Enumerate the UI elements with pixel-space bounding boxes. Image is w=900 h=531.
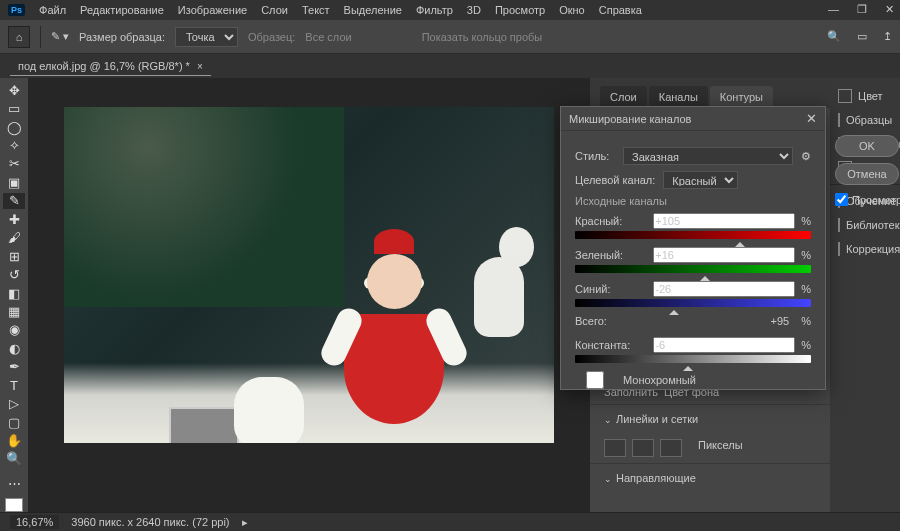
dialog-title: Микширование каналов — [569, 113, 691, 125]
color-swatch[interactable] — [5, 498, 23, 512]
guides-icon[interactable] — [660, 439, 682, 457]
menu-text[interactable]: Текст — [302, 4, 330, 16]
blur-tool[interactable]: ◉ — [3, 322, 25, 338]
edit-toolbar-icon[interactable]: ⋯ — [3, 476, 25, 492]
dodge-tool[interactable]: ◐ — [3, 340, 25, 356]
ok-button[interactable]: OK — [835, 135, 899, 157]
eraser-tool[interactable]: ◧ — [3, 285, 25, 301]
menu-bar: Ps Файл Редактирование Изображение Слои … — [0, 0, 900, 20]
lasso-tool[interactable]: ◯ — [3, 119, 25, 135]
brush-tool[interactable]: 🖌 — [3, 230, 25, 246]
cancel-button[interactable]: Отмена — [835, 163, 899, 185]
guides-section[interactable]: ⌄Направляющие — [590, 463, 830, 492]
tab-layers[interactable]: Слои — [600, 86, 647, 108]
crop-tool[interactable]: ✂ — [3, 156, 25, 172]
pen-tool[interactable]: ✒ — [3, 359, 25, 375]
rulers-section[interactable]: ⌄Линейки и сетки — [590, 404, 830, 433]
mono-label: Монохромный — [623, 374, 696, 386]
zoom-level[interactable]: 16,67% — [10, 515, 59, 529]
doc-dimensions: 3960 пикс. x 2640 пикс. (72 ppi) — [71, 516, 229, 528]
menu-window[interactable]: Окно — [559, 4, 585, 16]
menu-help[interactable]: Справка — [599, 4, 642, 16]
blue-input[interactable] — [653, 281, 795, 297]
document-image — [64, 107, 554, 443]
const-label: Константа: — [575, 339, 639, 351]
menu-view[interactable]: Просмотр — [495, 4, 545, 16]
menu-layers[interactable]: Слои — [261, 4, 288, 16]
source-head: Исходные каналы — [575, 195, 811, 207]
home-button[interactable]: ⌂ — [8, 26, 30, 48]
path-tool[interactable]: ▷ — [3, 395, 25, 411]
eyedropper-tool[interactable]: ✎ — [3, 193, 25, 209]
shape-tool[interactable]: ▢ — [3, 414, 25, 430]
tab-channels[interactable]: Каналы — [649, 86, 708, 108]
total-label: Всего: — [575, 315, 639, 327]
red-slider[interactable] — [575, 231, 811, 239]
status-arrow-icon[interactable]: ▸ — [242, 516, 248, 529]
history-brush-tool[interactable]: ↺ — [3, 266, 25, 282]
status-bar: 16,67% 3960 пикс. x 2640 пикс. (72 ppi) … — [0, 512, 900, 531]
channel-mixer-dialog: Микширование каналов ✕ Стиль: Заказная ⚙… — [560, 106, 826, 390]
green-label: Зеленый: — [575, 249, 639, 261]
zoom-tool[interactable]: 🔍 — [3, 451, 25, 467]
stamp-tool[interactable]: ⊞ — [3, 248, 25, 264]
sample-label: Образец: — [248, 31, 295, 43]
sample-size-label: Размер образца: — [79, 31, 165, 43]
sample-value: Все слои — [305, 31, 351, 43]
text-tool[interactable]: T — [3, 377, 25, 393]
green-slider[interactable] — [575, 265, 811, 273]
canvas-area[interactable] — [28, 78, 590, 512]
show-ring-label: Показать кольцо пробы — [422, 31, 543, 43]
tool-panel: ✥ ▭ ◯ ✧ ✂ ▣ ✎ ✚ 🖌 ⊞ ↺ ◧ ▦ ◉ ◐ ✒ T ▷ ▢ ✋ … — [0, 78, 28, 512]
app-logo: Ps — [8, 4, 25, 16]
window-close-icon[interactable]: ✕ — [885, 3, 894, 16]
marquee-tool[interactable]: ▭ — [3, 100, 25, 116]
menu-image[interactable]: Изображение — [178, 4, 247, 16]
wand-tool[interactable]: ✧ — [3, 137, 25, 153]
search-icon[interactable]: 🔍 — [827, 30, 841, 43]
blue-label: Синий: — [575, 283, 639, 295]
panel-color[interactable]: Цвет — [830, 84, 900, 108]
menu-file[interactable]: Файл — [39, 4, 66, 16]
close-tab-icon[interactable]: × — [197, 61, 203, 72]
red-input[interactable] — [653, 213, 795, 229]
preview-checkbox[interactable] — [835, 193, 848, 206]
preset-select[interactable]: Заказная — [623, 147, 793, 165]
preview-label: Просмотр — [852, 194, 900, 206]
window-min-icon[interactable]: — — [828, 3, 839, 16]
menu-edit[interactable]: Редактирование — [80, 4, 164, 16]
window-restore-icon[interactable]: ❐ — [857, 3, 867, 16]
eyedropper-icon[interactable]: ✎ ▾ — [51, 30, 69, 43]
panel-correction[interactable]: Коррекция — [830, 237, 900, 261]
tab-paths[interactable]: Контуры — [710, 86, 773, 108]
green-input[interactable] — [653, 247, 795, 263]
heal-tool[interactable]: ✚ — [3, 211, 25, 227]
gradient-tool[interactable]: ▦ — [3, 303, 25, 319]
ruler-icon[interactable] — [604, 439, 626, 457]
dialog-close-icon[interactable]: ✕ — [806, 111, 817, 126]
frame-tool[interactable]: ▣ — [3, 174, 25, 190]
move-tool[interactable]: ✥ — [3, 82, 25, 98]
menu-select[interactable]: Выделение — [344, 4, 402, 16]
sample-size-select[interactable]: Точка — [175, 27, 238, 47]
share-icon[interactable]: ↥ — [883, 30, 892, 43]
document-tab[interactable]: под елкой.jpg @ 16,7% (RGB/8*) * × — [10, 57, 211, 76]
target-label: Целевой канал: — [575, 174, 655, 186]
target-select[interactable]: Красный — [663, 171, 738, 189]
menu-filter[interactable]: Фильтр — [416, 4, 453, 16]
grid-icon[interactable] — [632, 439, 654, 457]
preset-label: Стиль: — [575, 150, 615, 162]
gear-icon[interactable]: ⚙ — [801, 150, 811, 163]
mono-checkbox[interactable] — [575, 371, 615, 389]
hand-tool[interactable]: ✋ — [3, 432, 25, 448]
const-input[interactable] — [653, 337, 795, 353]
panel-swatches[interactable]: Образцы — [830, 108, 900, 132]
menu-3d[interactable]: 3D — [467, 4, 481, 16]
workspace-icon[interactable]: ▭ — [857, 30, 867, 43]
panel-libs[interactable]: Библиотеки — [830, 213, 900, 237]
options-bar: ⌂ ✎ ▾ Размер образца: Точка Образец: Все… — [0, 20, 900, 54]
total-value: +95 — [771, 315, 790, 327]
const-slider[interactable] — [575, 355, 811, 363]
document-tabs: под елкой.jpg @ 16,7% (RGB/8*) * × — [0, 54, 900, 78]
blue-slider[interactable] — [575, 299, 811, 307]
